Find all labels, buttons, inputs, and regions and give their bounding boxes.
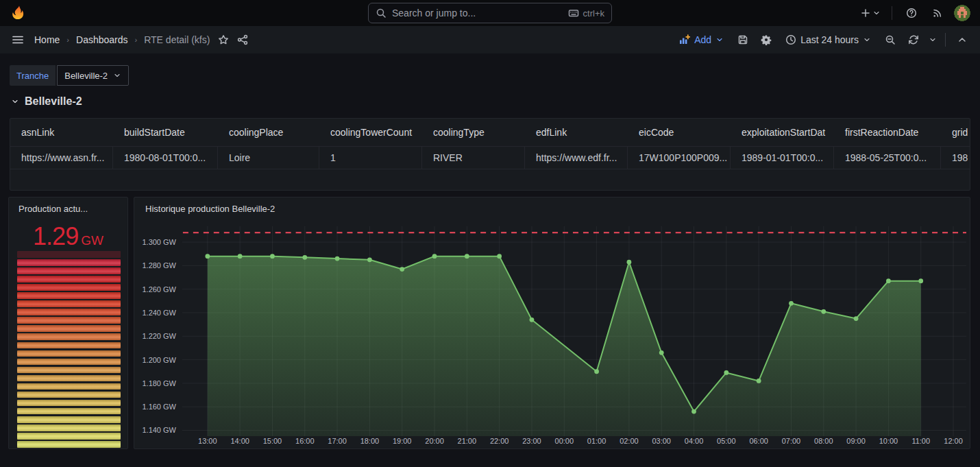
svg-text:23:00: 23:00	[522, 437, 541, 445]
data-point[interactable]	[918, 278, 923, 283]
table-cell: 198	[941, 147, 970, 169]
collapse-toolbar-button[interactable]	[953, 30, 972, 49]
table-header-cell[interactable]: firstReactionDate	[834, 127, 941, 138]
table-cell: 17W100P100P009...	[628, 147, 731, 169]
dashboard-settings-button[interactable]	[757, 30, 776, 49]
variable-label: Tranche	[10, 65, 56, 86]
svg-text:14:00: 14:00	[230, 437, 249, 445]
data-point[interactable]	[302, 255, 307, 260]
zoom-out-button[interactable]	[881, 30, 900, 49]
data-point[interactable]	[400, 267, 404, 272]
data-point[interactable]	[659, 350, 664, 355]
data-point[interactable]	[789, 301, 794, 306]
table-data-row: https://www.asn.fr...1980-08-01T00:0...L…	[10, 146, 970, 169]
history-chart-panel: 1.140 GW1.160 GW1.180 GW1.200 GW1.220 GW…	[134, 197, 970, 449]
table-cell: Loire	[218, 147, 319, 169]
data-point[interactable]	[724, 370, 728, 375]
svg-text:15:00: 15:00	[263, 437, 282, 445]
data-point[interactable]	[691, 409, 696, 414]
table-header-cell[interactable]: grid	[941, 127, 970, 138]
data-point[interactable]	[205, 254, 210, 259]
favorite-button[interactable]	[214, 30, 233, 49]
gauge-segment	[17, 251, 121, 258]
breadcrumb-dashboards[interactable]: Dashboards	[76, 34, 128, 45]
svg-text:06:00: 06:00	[749, 437, 768, 445]
svg-text:1.160 GW: 1.160 GW	[142, 403, 176, 411]
svg-text:09:00: 09:00	[846, 437, 865, 445]
table-header-cell[interactable]: coolingTowerCount	[319, 127, 422, 138]
mega-menu-button[interactable]	[8, 30, 27, 49]
refresh-button[interactable]	[904, 30, 923, 49]
variable-value-dropdown[interactable]: Belleville-2	[57, 65, 129, 86]
gauge-segment	[17, 400, 121, 407]
breadcrumb-home[interactable]: Home	[34, 34, 60, 45]
time-range-picker[interactable]: Last 24 hours	[780, 29, 877, 50]
time-series-chart[interactable]: 1.140 GW1.160 GW1.180 GW1.200 GW1.220 GW…	[134, 197, 970, 448]
table-cell: 1989-01-01T00:0...	[731, 147, 834, 169]
gauge-segment	[17, 408, 121, 415]
gauge-segment	[17, 416, 121, 423]
table-header-cell[interactable]: asnLink	[10, 127, 113, 138]
table-header-cell[interactable]: edfLink	[525, 127, 628, 138]
data-point[interactable]	[238, 254, 243, 259]
svg-text:08:00: 08:00	[814, 437, 833, 445]
data-point[interactable]	[497, 254, 502, 259]
grafana-logo[interactable]	[10, 4, 27, 22]
chevron-right-icon: ›	[135, 36, 138, 44]
help-button[interactable]	[902, 3, 921, 23]
svg-text:05:00: 05:00	[717, 437, 735, 445]
table-header-cell[interactable]: coolingPlace	[218, 127, 319, 138]
chevron-down-icon	[863, 36, 871, 44]
data-point[interactable]	[854, 316, 859, 321]
gauge-segment	[17, 317, 121, 324]
save-dashboard-button[interactable]	[733, 30, 752, 49]
table-cell: 1	[319, 147, 422, 169]
chevron-down-icon	[715, 36, 724, 44]
table-header-cell[interactable]: eicCode	[628, 127, 731, 138]
svg-text:12:00: 12:00	[944, 437, 962, 445]
search-input[interactable]	[392, 8, 563, 19]
x-axis-labels: 13:0014:0015:0016:0017:0018:0019:0020:00…	[198, 437, 963, 445]
table-cell: 1988-05-25T00:0...	[834, 147, 941, 169]
table-header-cell[interactable]: coolingType	[422, 127, 525, 138]
add-panel-button[interactable]: Add	[674, 29, 729, 50]
y-axis-labels: 1.140 GW1.160 GW1.180 GW1.200 GW1.220 GW…	[142, 238, 176, 434]
gauge-unit: GW	[81, 233, 103, 248]
data-point[interactable]	[594, 369, 599, 374]
share-button[interactable]	[233, 30, 252, 49]
data-point[interactable]	[886, 278, 891, 283]
dashboard-row-header[interactable]: Belleville-2	[11, 95, 82, 108]
divider	[945, 33, 946, 47]
question-circle-icon	[906, 8, 917, 19]
divider	[892, 6, 892, 20]
breadcrumb-current: RTE detail (kfs)	[144, 34, 210, 45]
gauge-segment	[17, 383, 121, 390]
table-header-cell[interactable]: exploitationStartDat	[731, 127, 834, 138]
table-header-cell[interactable]: buildStartDate	[113, 127, 218, 138]
chart-panel-title: Historique production Belleville-2	[136, 197, 284, 214]
refresh-interval-picker[interactable]	[927, 30, 938, 49]
svg-text:03:00: 03:00	[652, 437, 670, 445]
data-point[interactable]	[432, 254, 437, 259]
top-nav-bar: ctrl+k	[0, 0, 980, 26]
svg-text:20:00: 20:00	[425, 437, 443, 445]
svg-text:17:00: 17:00	[328, 437, 346, 445]
data-point[interactable]	[367, 257, 372, 262]
data-point[interactable]	[465, 254, 469, 259]
news-button[interactable]	[928, 3, 947, 23]
user-avatar[interactable]	[954, 5, 970, 21]
search-bar[interactable]: ctrl+k	[368, 3, 612, 23]
data-point[interactable]	[530, 318, 535, 322]
new-button[interactable]	[859, 3, 882, 23]
data-point[interactable]	[821, 309, 826, 314]
svg-text:18:00: 18:00	[360, 437, 379, 445]
data-point[interactable]	[335, 256, 340, 261]
table-cell: https://www.edf.fr...	[525, 147, 628, 169]
data-point[interactable]	[627, 260, 632, 265]
dashboard-toolbar: Home › Dashboards › RTE detail (kfs) Add	[0, 26, 980, 53]
data-point[interactable]	[270, 254, 275, 259]
svg-text:04:00: 04:00	[685, 437, 703, 445]
data-point[interactable]	[757, 379, 761, 383]
svg-text:1.240 GW: 1.240 GW	[142, 309, 176, 317]
chevron-up-icon	[957, 34, 968, 45]
